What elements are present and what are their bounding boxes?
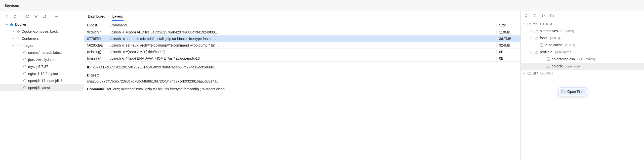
tree-label: Images: [22, 44, 33, 48]
tree-item-image[interactable]: openjdk:17, openjdk:8: [0, 77, 84, 84]
new-service-icon[interactable]: [42, 13, 48, 19]
circle-icon: [23, 71, 27, 76]
circle-icon: [23, 86, 27, 90]
table-row[interactable]: 56285d9a /bin/sh -c set -eux; arch="$(ob…: [84, 42, 520, 49]
filetree-item[interactable]: etc(10 KB): [521, 20, 644, 27]
folder-icon: [527, 71, 531, 75]
col-header-command[interactable]: Command: [108, 23, 496, 27]
tree-label: openjdk:17, openjdk:8: [28, 79, 63, 83]
filetree-label: ld.so.cache: [545, 43, 563, 47]
layer-detail: ID: 2371a17e8895a2120158c737631a6a6ab997…: [84, 62, 520, 92]
context-menu: Open File: [558, 87, 587, 96]
detail-command-label: Command:: [87, 87, 105, 91]
circle-icon: [23, 78, 27, 83]
svg-rect-9: [11, 23, 12, 24]
tab-dashboard[interactable]: Dashboard: [88, 12, 106, 21]
view-icon[interactable]: [24, 13, 30, 19]
tree-item-image[interactable]: nginx:1.19.2-alpine: [0, 70, 84, 77]
spacer-icon: [534, 43, 538, 47]
filetree-size: (216 bytes): [577, 57, 595, 61]
svg-rect-6: [10, 24, 11, 25]
chevron-down-icon[interactable]: [522, 71, 526, 75]
filter-icon[interactable]: [33, 13, 39, 19]
cell-size: 110MB: [496, 30, 520, 34]
svg-rect-7: [11, 24, 12, 25]
tree-item-images[interactable]: Images: [0, 42, 84, 49]
cell-command: /bin/sh -c set -eux; microdnf install gz…: [108, 37, 496, 41]
tree-item-docker[interactable]: Docker: [0, 21, 84, 28]
service-tree-pane: Docker Docker-compose: back Containers: [0, 11, 84, 161]
filetree-size: (3 KB): [550, 36, 560, 40]
filetree-label: fonts: [540, 36, 547, 40]
layer-table: Digest Command Size 9cd9df9f /bin/sh -c …: [84, 21, 520, 62]
add-icon[interactable]: [54, 13, 60, 19]
filetree-item[interactable]: fonts(3 KB): [521, 34, 644, 42]
table-row[interactable]: 077bff59 /bin/sh -c set -eux; microdnf i…: [84, 35, 520, 42]
tree-item-image[interactable]: jboss/wildfly:latest: [0, 56, 84, 63]
tree-item-image[interactable]: mysql:5.7.37: [0, 63, 84, 70]
tab-layers[interactable]: Layers: [112, 12, 124, 21]
table-row[interactable]: (missing) /bin/sh -c #(nop) ENV JAVA_HOM…: [84, 55, 520, 62]
context-menu-open-file[interactable]: Open File: [560, 89, 586, 95]
col-header-size[interactable]: Size: [496, 23, 520, 27]
cell-command: /bin/sh -c #(nop) ADD file:6a3fb962576ab…: [108, 30, 496, 34]
expand-vertical-icon[interactable]: [523, 13, 529, 19]
cell-size: 0B: [496, 50, 520, 54]
terminal-icon: [546, 64, 550, 68]
collapse-vertical-icon[interactable]: [532, 13, 538, 19]
chevron-right-icon[interactable]: [529, 29, 533, 33]
col-header-digest[interactable]: Digest: [84, 23, 108, 27]
svg-point-1: [27, 16, 28, 17]
cell-digest: (missing): [84, 50, 108, 54]
tabs: Dashboard Layers: [84, 11, 520, 21]
filetree-size: (0 bytes): [560, 29, 574, 33]
question-icon: ?: [546, 57, 550, 61]
toolbar-separator: [21, 14, 21, 19]
tree-item-image[interactable]: openjdk:latest: [0, 84, 84, 91]
svg-point-3: [37, 15, 37, 16]
cell-digest: (missing): [84, 56, 108, 60]
open-folder-icon[interactable]: [549, 13, 555, 19]
cell-command: /bin/sh -c #(nop) CMD ["/bin/bash"]: [108, 50, 496, 54]
filetree-item[interactable]: ?colorzgrep.csh(216 bytes): [521, 56, 644, 63]
spacer-icon: [541, 64, 545, 68]
filetree-item[interactable]: profile.d(436 bytes): [521, 49, 644, 56]
table-row[interactable]: (missing) /bin/sh -c #(nop) CMD ["/bin/b…: [84, 49, 520, 55]
tree-label: mysql:5.7.37: [28, 65, 48, 69]
cell-size: 324MB: [496, 43, 520, 47]
detail-digest-value: sha256:077bff59ce5723e3c7d78bdf4fd8b10d7…: [87, 79, 218, 83]
left-toolbar: [0, 12, 84, 21]
tree-item-compose[interactable]: Docker-compose: back: [0, 28, 84, 35]
filetree-size: (10 KB): [540, 22, 552, 26]
chevron-down-icon[interactable]: [5, 23, 9, 26]
chevron-down-icon[interactable]: [522, 22, 526, 26]
tree-item-containers[interactable]: Containers: [0, 35, 84, 42]
filetree-item[interactable]: alternatives(0 bytes): [521, 27, 644, 34]
chevron-down-icon[interactable]: [529, 50, 533, 54]
svg-point-16: [18, 39, 19, 40]
filetree-size: (436 bytes): [555, 50, 573, 54]
filetree-item[interactable]: colorzgopenable: [521, 63, 644, 70]
collapse-all-icon[interactable]: [12, 13, 18, 19]
expand-all-icon[interactable]: [4, 13, 10, 19]
filetree-item[interactable]: usr(26 MB): [521, 70, 644, 77]
tree-item-image[interactable]: centos/mariadb:latest: [0, 49, 84, 56]
cell-size: 36.7MB: [496, 37, 520, 41]
chevron-right-icon[interactable]: [529, 36, 533, 40]
filetree-label: profile.d: [540, 50, 552, 54]
filetree-toolbar: [521, 11, 644, 20]
circle-icon: [23, 50, 27, 55]
sort-icon[interactable]: [540, 13, 546, 19]
tree-label: Docker-compose: back: [22, 29, 58, 33]
question-icon: ?: [539, 43, 543, 47]
filetree-item[interactable]: ?ld.so.cache(6 KB): [521, 42, 644, 49]
table-row[interactable]: 9cd9df9f /bin/sh -c #(nop) ADD file:6a3f…: [84, 29, 520, 35]
filetree-size: (26 MB): [540, 71, 553, 75]
chevron-down-icon[interactable]: [12, 44, 15, 47]
chevron-right-icon[interactable]: [12, 30, 15, 33]
chevron-right-icon[interactable]: [12, 37, 15, 40]
svg-text:?: ?: [541, 44, 542, 47]
tree-label: jboss/wildfly:latest: [28, 58, 56, 62]
folder-icon: [561, 90, 565, 94]
tree-label: Docker: [15, 22, 26, 26]
